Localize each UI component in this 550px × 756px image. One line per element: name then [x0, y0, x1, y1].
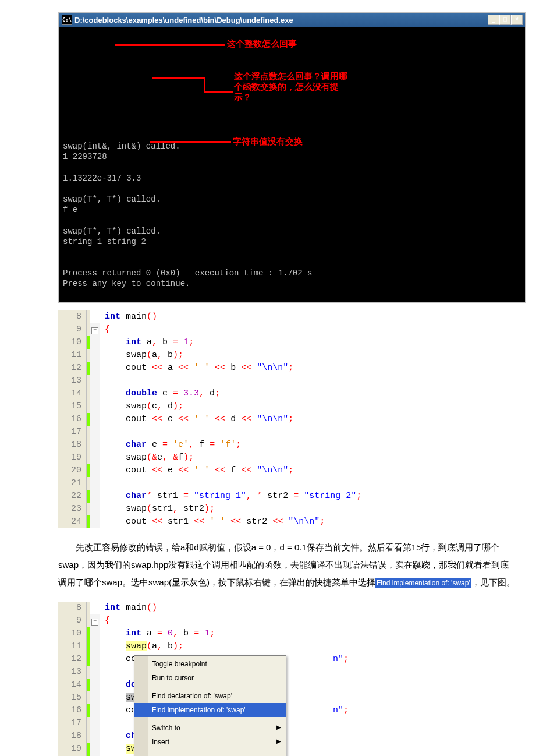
- fold-column[interactable]: [90, 717, 100, 730]
- fold-column[interactable]: [90, 640, 100, 653]
- code-content[interactable]: int main(): [100, 310, 524, 323]
- code-row[interactable]: 12 coun";: [58, 653, 524, 666]
- fold-column[interactable]: [90, 439, 100, 451]
- code-content[interactable]: cout << a << ' ' << b << "\n\n";: [100, 362, 524, 375]
- fold-minus-icon[interactable]: −: [91, 327, 98, 334]
- fold-column[interactable]: [90, 730, 100, 743]
- code-editor-2[interactable]: Toggle breakpointRun to cursorFind decla…: [58, 602, 524, 756]
- code-row[interactable]: 9−{: [58, 614, 524, 627]
- code-content[interactable]: swap(a, b);: [100, 640, 524, 653]
- code-content[interactable]: int main(): [100, 602, 524, 614]
- code-content[interactable]: swap(c, d);: [100, 400, 524, 413]
- fold-column[interactable]: [90, 426, 100, 439]
- fold-column[interactable]: −: [90, 614, 100, 627]
- code-content[interactable]: swap(&e, &f);: [100, 451, 524, 464]
- menu-item[interactable]: Find declaration of: 'swap': [134, 689, 286, 703]
- fold-column[interactable]: [90, 375, 100, 387]
- code-content[interactable]: int a, b = 1;: [100, 336, 524, 349]
- fold-column[interactable]: [90, 451, 100, 464]
- code-row[interactable]: 14 dou: [58, 679, 524, 691]
- code-row[interactable]: 8int main(): [58, 602, 524, 614]
- fold-column[interactable]: [90, 349, 100, 362]
- maximize-button[interactable]: □: [499, 15, 511, 25]
- close-button[interactable]: ×: [511, 15, 523, 25]
- code-row[interactable]: 11 swap(a, b);: [58, 349, 524, 362]
- fold-column[interactable]: [90, 490, 100, 503]
- code-row[interactable]: 17: [58, 717, 524, 730]
- menu-item[interactable]: Run to cursor: [134, 671, 286, 685]
- code-row[interactable]: 20 cout << e << ' ' << f << "\n\n";: [58, 464, 524, 477]
- fold-column[interactable]: [90, 743, 100, 755]
- code-row[interactable]: 15 swa: [58, 691, 524, 704]
- code-row[interactable]: 13: [58, 375, 524, 387]
- code-row[interactable]: 19 swa: [58, 743, 524, 755]
- line-number: 8: [58, 602, 87, 614]
- code-row[interactable]: 15 swap(c, d);: [58, 400, 524, 413]
- fold-column[interactable]: [90, 413, 100, 426]
- fold-column[interactable]: [90, 653, 100, 666]
- menu-item[interactable]: Find implementation of: 'swap': [134, 703, 286, 717]
- minimize-button[interactable]: _: [488, 15, 499, 25]
- menu-item[interactable]: Switch to▶: [134, 721, 286, 735]
- code-row[interactable]: 14 double c = 3.3, d;: [58, 387, 524, 400]
- fold-guide: [95, 717, 95, 730]
- line-number: 11: [58, 349, 87, 362]
- code-row[interactable]: 13: [58, 666, 524, 679]
- menu-item[interactable]: Insert▶: [134, 735, 286, 749]
- code-row[interactable]: 22 char* str1 = "string 1", * str2 = "st…: [58, 490, 524, 503]
- console-line: swap(T*, T*) called.: [63, 226, 521, 236]
- line-number: 10: [58, 336, 87, 349]
- fold-column[interactable]: [90, 336, 100, 349]
- code-content[interactable]: cout << e << ' ' << f << "\n\n";: [100, 464, 524, 477]
- code-content[interactable]: {: [100, 323, 524, 336]
- fold-guide: [95, 627, 95, 640]
- code-row[interactable]: 23 swap(str1, str2);: [58, 503, 524, 515]
- code-content[interactable]: swap(a, b);: [100, 349, 524, 362]
- code-row[interactable]: 11 swap(a, b);: [58, 640, 524, 653]
- code-content[interactable]: char* str1 = "string 1", * str2 = "strin…: [100, 490, 524, 503]
- fold-column[interactable]: −: [90, 323, 100, 336]
- fold-column[interactable]: [90, 400, 100, 413]
- code-row[interactable]: 17: [58, 426, 524, 439]
- code-row[interactable]: 18 char e = 'e', f = 'f';: [58, 439, 524, 451]
- code-row[interactable]: 10 int a, b = 1;: [58, 336, 524, 349]
- fold-column[interactable]: [90, 666, 100, 679]
- fold-column[interactable]: [90, 691, 100, 704]
- code-row[interactable]: 16 coun";: [58, 704, 524, 717]
- fold-minus-icon[interactable]: −: [91, 619, 98, 626]
- code-content[interactable]: cout << str1 << ' ' << str2 << "\n\n";: [100, 515, 524, 528]
- titlebar[interactable]: C:\ D:\codeblocks\examples\undefined\bin…: [59, 13, 525, 27]
- code-content[interactable]: int a = 0, b = 1;: [100, 627, 524, 640]
- fold-column[interactable]: [90, 515, 100, 528]
- code-row[interactable]: 24 cout << str1 << ' ' << str2 << "\n\n"…: [58, 515, 524, 528]
- code-content[interactable]: cout << c << ' ' << d << "\n\n";: [100, 413, 524, 426]
- code-row[interactable]: 18 cha: [58, 730, 524, 743]
- menu-item[interactable]: Swap header/source: [134, 753, 286, 756]
- fold-column[interactable]: [90, 464, 100, 477]
- console-line: swap(T*, T*) called.: [63, 194, 521, 204]
- code-content[interactable]: {: [100, 614, 524, 627]
- code-row[interactable]: 9−{: [58, 323, 524, 336]
- code-row[interactable]: 8int main(): [58, 310, 524, 323]
- code-row[interactable]: 12 cout << a << ' ' << b << "\n\n";: [58, 362, 524, 375]
- fold-column[interactable]: [90, 503, 100, 515]
- fold-column[interactable]: [90, 387, 100, 400]
- code-suffix: n";: [333, 704, 349, 717]
- code-editor-1[interactable]: 局部变量a没有赋值 局部变量d没有赋值 调用哪个swap? 为什么不能交换两个字…: [58, 310, 524, 528]
- line-number: 12: [58, 653, 87, 666]
- code-content[interactable]: char e = 'e', f = 'f';: [100, 439, 524, 451]
- code-content[interactable]: double c = 3.3, d;: [100, 387, 524, 400]
- menu-item[interactable]: Toggle breakpoint: [134, 657, 286, 671]
- fold-column[interactable]: [90, 679, 100, 691]
- line-number: 13: [58, 666, 87, 679]
- code-row[interactable]: 16 cout << c << ' ' << d << "\n\n";: [58, 413, 524, 426]
- context-menu[interactable]: Toggle breakpointRun to cursorFind decla…: [134, 655, 286, 756]
- code-row[interactable]: 21: [58, 477, 524, 490]
- code-row[interactable]: 19 swap(&e, &f);: [58, 451, 524, 464]
- code-content[interactable]: swap(str1, str2);: [100, 503, 524, 515]
- code-row[interactable]: 10 int a = 0, b = 1;: [58, 627, 524, 640]
- fold-column[interactable]: [90, 704, 100, 717]
- fold-column[interactable]: [90, 477, 100, 490]
- fold-column[interactable]: [90, 627, 100, 640]
- fold-column[interactable]: [90, 362, 100, 375]
